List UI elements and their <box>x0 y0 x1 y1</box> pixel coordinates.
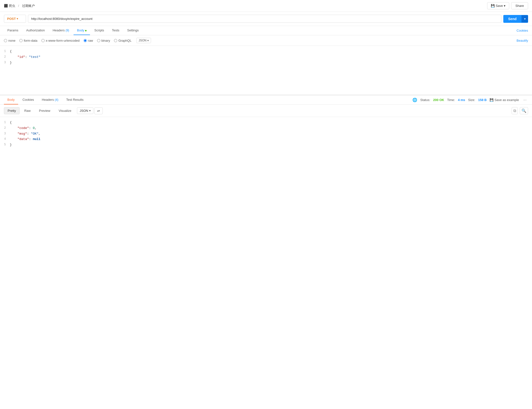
json-format-label: JSON <box>139 39 146 42</box>
share-button[interactable]: Share <box>511 2 528 9</box>
req-line-3: 3 } <box>0 60 532 66</box>
tab-params[interactable]: Params <box>4 26 22 35</box>
format-tab-pretty-label: Pretty <box>8 109 16 113</box>
more-options-button[interactable]: ··· <box>522 97 528 103</box>
tab-settings-label: Settings <box>127 28 139 32</box>
body-options: none form-data x-www-form-urlencoded raw… <box>0 35 532 46</box>
copy-icon: ⧉ <box>513 109 516 113</box>
req-line-2: 2 "id": "test" <box>0 54 532 60</box>
status-label: Status: <box>420 98 430 102</box>
size-label: Size: <box>468 98 475 102</box>
send-button[interactable]: Send <box>503 15 521 23</box>
save-as-example-button[interactable]: 💾 Save as example <box>490 98 519 102</box>
url-bar: POST ▾ Send ▾ <box>0 12 532 26</box>
response-json-format-chevron-icon: ▾ <box>89 109 91 112</box>
cookies-label: Cookies <box>517 29 528 32</box>
body-type-raw[interactable]: raw <box>84 39 93 42</box>
format-tab-visualize-label: Visualize <box>59 109 71 113</box>
tab-scripts[interactable]: Scripts <box>91 26 108 35</box>
response-tab-body[interactable]: Body <box>4 95 18 104</box>
body-type-none[interactable]: none <box>4 39 15 42</box>
more-options-icon: ··· <box>523 98 527 102</box>
app-logo: ⬛ 爬虫 <box>4 4 15 8</box>
header: ⬛ 爬虫 / 过期账户 💾 Save ▾ Share <box>0 0 532 12</box>
resp-line-4: 4 "data": null <box>0 137 532 142</box>
logo-icon: ⬛ <box>4 4 8 8</box>
url-input[interactable] <box>28 15 501 23</box>
response-tab-test-results[interactable]: Test Results <box>63 95 87 104</box>
save-example-icon: 💾 <box>490 98 494 102</box>
beautify-button[interactable]: Beautify <box>517 39 528 42</box>
response-tab-test-results-label: Test Results <box>66 98 84 102</box>
tab-body[interactable]: Body <box>74 26 90 35</box>
time-value: 4 ms <box>458 98 465 102</box>
search-button[interactable]: 🔍 <box>520 107 528 114</box>
body-type-binary[interactable]: binary <box>97 39 110 42</box>
header-right: 💾 Save ▾ Share <box>487 2 528 9</box>
response-tabs-bar: Body Cookies Headers (4) Test Results 🌐 … <box>0 95 532 105</box>
logo-text: 爬虫 <box>9 4 15 8</box>
format-tab-pretty[interactable]: Pretty <box>4 107 20 114</box>
format-tab-raw-label: Raw <box>24 109 31 113</box>
send-dropdown-button[interactable]: ▾ <box>521 15 528 23</box>
resp-line-5: 5 } <box>0 142 532 148</box>
method-chevron-icon: ▾ <box>17 17 18 20</box>
breadcrumb-current: 过期账户 <box>22 4 35 8</box>
req-line-1: 1 { <box>0 49 532 54</box>
cookies-link[interactable]: Cookies <box>517 26 528 35</box>
method-label: POST <box>7 17 16 21</box>
tab-tests[interactable]: Tests <box>108 26 123 35</box>
send-button-group: Send ▾ <box>503 15 528 23</box>
body-type-form-data[interactable]: form-data <box>19 39 38 42</box>
resp-line-1: 1 { <box>0 120 532 126</box>
save-example-label: Save as example <box>494 98 519 102</box>
response-tab-cookies[interactable]: Cookies <box>19 95 38 104</box>
response-tab-cookies-label: Cookies <box>23 98 34 102</box>
response-format-bar: Pretty Raw Preview Visualize JSON ▾ ⇌ ⧉ … <box>0 105 532 117</box>
format-tab-preview[interactable]: Preview <box>35 107 54 114</box>
breadcrumb-separator: / <box>18 4 19 8</box>
beautify-label: Beautify <box>517 39 528 42</box>
request-body-editor[interactable]: 1 { 2 "id": "test" 3 } <box>0 46 532 95</box>
filter-button[interactable]: ⇌ <box>94 107 103 114</box>
tab-body-label: Body <box>77 28 87 32</box>
format-tab-preview-label: Preview <box>39 109 50 113</box>
status-value: 200 OK <box>433 98 444 102</box>
save-icon: 💾 <box>491 4 495 8</box>
response-section: Body Cookies Headers (4) Test Results 🌐 … <box>0 95 532 151</box>
response-meta: 🌐 Status: 200 OK Time: 4 ms Size: 158 B … <box>412 97 528 103</box>
tab-authorization-label: Authorization <box>26 28 45 32</box>
json-format-chevron-icon: ▾ <box>147 39 149 42</box>
share-label: Share <box>515 4 524 8</box>
response-body-viewer: 1 { 2 "code": 0, 3 "msg": "OK", 4 "data"… <box>0 117 532 151</box>
body-type-graphql[interactable]: GraphQL <box>114 39 131 42</box>
resp-line-2: 2 "code": 0, <box>0 126 532 131</box>
size-value: 158 B <box>478 98 487 102</box>
response-tab-headers[interactable]: Headers (4) <box>38 95 62 104</box>
tab-params-label: Params <box>7 28 18 32</box>
resp-line-3: 3 "msg": "OK", <box>0 131 532 137</box>
filter-icon: ⇌ <box>97 109 100 113</box>
method-select[interactable]: POST ▾ <box>4 15 26 23</box>
tab-headers-label: Headers (9) <box>53 28 69 32</box>
save-chevron-icon: ▾ <box>504 4 506 8</box>
format-tab-visualize[interactable]: Visualize <box>55 107 75 114</box>
format-tab-raw[interactable]: Raw <box>21 107 34 114</box>
tab-headers[interactable]: Headers (9) <box>49 26 73 35</box>
save-button[interactable]: 💾 Save ▾ <box>487 2 509 9</box>
tab-authorization[interactable]: Authorization <box>23 26 48 35</box>
copy-button[interactable]: ⧉ <box>512 107 518 114</box>
header-left: ⬛ 爬虫 / 过期账户 <box>4 4 35 8</box>
tab-scripts-label: Scripts <box>94 28 104 32</box>
time-label: Time: <box>447 98 455 102</box>
response-json-format-selector[interactable]: JSON ▾ <box>77 107 93 114</box>
globe-icon: 🌐 <box>412 98 417 102</box>
request-tabs-bar: Params Authorization Headers (9) Body Sc… <box>0 26 532 35</box>
save-label: Save <box>496 4 503 8</box>
send-dropdown-icon: ▾ <box>524 17 526 21</box>
tab-settings[interactable]: Settings <box>124 26 142 35</box>
body-type-urlencoded[interactable]: x-www-form-urlencoded <box>41 39 80 42</box>
format-bar-right: ⧉ 🔍 <box>512 107 528 114</box>
response-json-format-label: JSON <box>80 109 88 113</box>
json-format-selector[interactable]: JSON ▾ <box>136 38 151 43</box>
